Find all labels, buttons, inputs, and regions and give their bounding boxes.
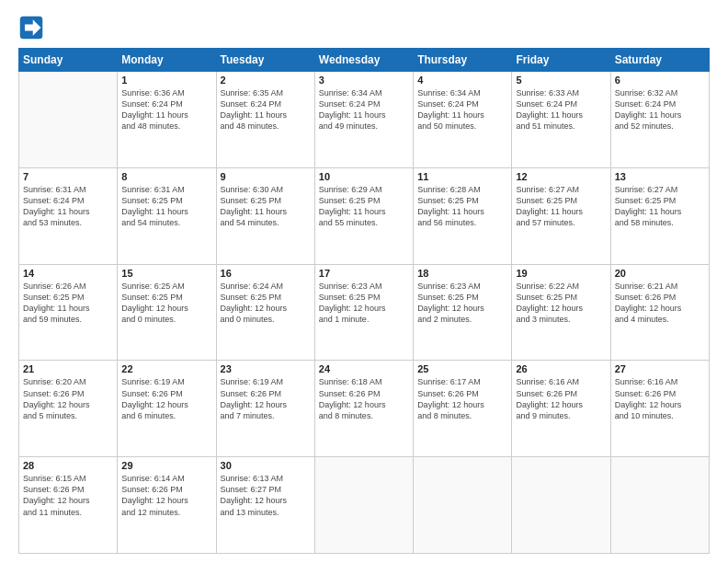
weekday-header-row: SundayMondayTuesdayWednesdayThursdayFrid… [19, 49, 710, 72]
day-cell-9: 9Sunrise: 6:30 AM Sunset: 6:25 PM Daylig… [216, 167, 314, 264]
day-number: 6 [615, 75, 705, 86]
week-row-1: 1Sunrise: 6:36 AM Sunset: 6:24 PM Daylig… [19, 72, 710, 168]
day-cell-17: 17Sunrise: 6:23 AM Sunset: 6:25 PM Dayli… [314, 264, 413, 361]
day-number: 28 [23, 460, 113, 471]
day-number: 14 [23, 268, 113, 279]
day-info: Sunrise: 6:13 AM Sunset: 6:27 PM Dayligh… [221, 473, 311, 518]
day-number: 11 [417, 171, 507, 182]
day-info: Sunrise: 6:27 AM Sunset: 6:25 PM Dayligh… [516, 184, 606, 229]
day-cell-7: 7Sunrise: 6:31 AM Sunset: 6:24 PM Daylig… [19, 167, 118, 264]
day-info: Sunrise: 6:30 AM Sunset: 6:25 PM Dayligh… [221, 184, 311, 229]
day-info: Sunrise: 6:32 AM Sunset: 6:24 PM Dayligh… [615, 87, 705, 132]
day-cell-3: 3Sunrise: 6:34 AM Sunset: 6:24 PM Daylig… [314, 72, 413, 168]
day-number: 20 [615, 268, 705, 279]
day-info: Sunrise: 6:22 AM Sunset: 6:25 PM Dayligh… [516, 281, 606, 326]
day-cell-19: 19Sunrise: 6:22 AM Sunset: 6:25 PM Dayli… [512, 264, 610, 361]
day-number: 16 [221, 268, 311, 279]
empty-cell [512, 457, 610, 554]
day-info: Sunrise: 6:31 AM Sunset: 6:25 PM Dayligh… [121, 184, 211, 229]
week-row-2: 7Sunrise: 6:31 AM Sunset: 6:24 PM Daylig… [19, 167, 710, 264]
day-cell-16: 16Sunrise: 6:24 AM Sunset: 6:25 PM Dayli… [216, 264, 314, 361]
weekday-tuesday: Tuesday [216, 49, 314, 72]
day-info: Sunrise: 6:27 AM Sunset: 6:25 PM Dayligh… [615, 184, 705, 229]
day-info: Sunrise: 6:31 AM Sunset: 6:24 PM Dayligh… [23, 184, 113, 229]
day-info: Sunrise: 6:20 AM Sunset: 6:26 PM Dayligh… [23, 376, 113, 421]
day-info: Sunrise: 6:19 AM Sunset: 6:26 PM Dayligh… [121, 376, 211, 421]
day-cell-15: 15Sunrise: 6:25 AM Sunset: 6:25 PM Dayli… [118, 264, 216, 361]
day-cell-18: 18Sunrise: 6:23 AM Sunset: 6:25 PM Dayli… [414, 264, 512, 361]
day-cell-10: 10Sunrise: 6:29 AM Sunset: 6:25 PM Dayli… [314, 167, 413, 264]
day-number: 15 [121, 268, 211, 279]
day-number: 27 [615, 363, 705, 374]
week-row-4: 21Sunrise: 6:20 AM Sunset: 6:26 PM Dayli… [19, 361, 710, 457]
day-number: 2 [221, 75, 311, 86]
day-cell-6: 6Sunrise: 6:32 AM Sunset: 6:24 PM Daylig… [610, 72, 709, 168]
day-cell-27: 27Sunrise: 6:16 AM Sunset: 6:26 PM Dayli… [610, 361, 709, 457]
day-info: Sunrise: 6:16 AM Sunset: 6:26 PM Dayligh… [615, 376, 705, 421]
day-info: Sunrise: 6:33 AM Sunset: 6:24 PM Dayligh… [516, 87, 606, 132]
day-number: 22 [121, 363, 211, 374]
day-cell-14: 14Sunrise: 6:26 AM Sunset: 6:25 PM Dayli… [19, 264, 118, 361]
day-info: Sunrise: 6:34 AM Sunset: 6:24 PM Dayligh… [417, 87, 507, 132]
week-row-3: 14Sunrise: 6:26 AM Sunset: 6:25 PM Dayli… [19, 264, 710, 361]
day-cell-26: 26Sunrise: 6:16 AM Sunset: 6:26 PM Dayli… [512, 361, 610, 457]
day-cell-23: 23Sunrise: 6:19 AM Sunset: 6:26 PM Dayli… [216, 361, 314, 457]
day-cell-11: 11Sunrise: 6:28 AM Sunset: 6:25 PM Dayli… [414, 167, 512, 264]
weekday-thursday: Thursday [414, 49, 512, 72]
day-info: Sunrise: 6:26 AM Sunset: 6:25 PM Dayligh… [23, 281, 113, 326]
day-cell-29: 29Sunrise: 6:14 AM Sunset: 6:26 PM Dayli… [118, 457, 216, 554]
day-cell-8: 8Sunrise: 6:31 AM Sunset: 6:25 PM Daylig… [118, 167, 216, 264]
day-cell-21: 21Sunrise: 6:20 AM Sunset: 6:26 PM Dayli… [19, 361, 118, 457]
day-number: 4 [417, 75, 507, 86]
day-info: Sunrise: 6:25 AM Sunset: 6:25 PM Dayligh… [121, 281, 211, 326]
day-info: Sunrise: 6:35 AM Sunset: 6:24 PM Dayligh… [221, 87, 311, 132]
day-info: Sunrise: 6:17 AM Sunset: 6:26 PM Dayligh… [417, 376, 507, 421]
day-info: Sunrise: 6:34 AM Sunset: 6:24 PM Dayligh… [319, 87, 409, 132]
day-cell-5: 5Sunrise: 6:33 AM Sunset: 6:24 PM Daylig… [512, 72, 610, 168]
day-number: 12 [516, 171, 606, 182]
day-cell-22: 22Sunrise: 6:19 AM Sunset: 6:26 PM Dayli… [118, 361, 216, 457]
logo [18, 15, 48, 40]
day-number: 1 [121, 75, 211, 86]
weekday-saturday: Saturday [610, 49, 709, 72]
day-number: 18 [417, 268, 507, 279]
day-number: 7 [23, 171, 113, 182]
logo-icon [18, 15, 44, 40]
day-number: 30 [221, 460, 311, 471]
day-number: 29 [121, 460, 211, 471]
day-info: Sunrise: 6:36 AM Sunset: 6:24 PM Dayligh… [121, 87, 211, 132]
empty-cell [314, 457, 413, 554]
day-info: Sunrise: 6:24 AM Sunset: 6:25 PM Dayligh… [221, 281, 311, 326]
day-number: 24 [319, 363, 409, 374]
day-number: 10 [319, 171, 409, 182]
calendar-table: SundayMondayTuesdayWednesdayThursdayFrid… [18, 48, 710, 554]
weekday-monday: Monday [118, 49, 216, 72]
day-number: 19 [516, 268, 606, 279]
day-info: Sunrise: 6:18 AM Sunset: 6:26 PM Dayligh… [319, 376, 409, 421]
day-info: Sunrise: 6:23 AM Sunset: 6:25 PM Dayligh… [417, 281, 507, 326]
day-cell-25: 25Sunrise: 6:17 AM Sunset: 6:26 PM Dayli… [414, 361, 512, 457]
day-cell-2: 2Sunrise: 6:35 AM Sunset: 6:24 PM Daylig… [216, 72, 314, 168]
day-number: 13 [615, 171, 705, 182]
day-cell-1: 1Sunrise: 6:36 AM Sunset: 6:24 PM Daylig… [118, 72, 216, 168]
weekday-wednesday: Wednesday [314, 49, 413, 72]
day-number: 5 [516, 75, 606, 86]
day-cell-28: 28Sunrise: 6:15 AM Sunset: 6:26 PM Dayli… [19, 457, 118, 554]
header [18, 15, 710, 40]
day-info: Sunrise: 6:28 AM Sunset: 6:25 PM Dayligh… [417, 184, 507, 229]
day-number: 21 [23, 363, 113, 374]
day-info: Sunrise: 6:14 AM Sunset: 6:26 PM Dayligh… [121, 473, 211, 518]
empty-cell [19, 72, 118, 168]
day-number: 8 [121, 171, 211, 182]
day-cell-4: 4Sunrise: 6:34 AM Sunset: 6:24 PM Daylig… [414, 72, 512, 168]
day-cell-12: 12Sunrise: 6:27 AM Sunset: 6:25 PM Dayli… [512, 167, 610, 264]
day-info: Sunrise: 6:15 AM Sunset: 6:26 PM Dayligh… [23, 473, 113, 518]
day-info: Sunrise: 6:29 AM Sunset: 6:25 PM Dayligh… [319, 184, 409, 229]
weekday-friday: Friday [512, 49, 610, 72]
week-row-5: 28Sunrise: 6:15 AM Sunset: 6:26 PM Dayli… [19, 457, 710, 554]
day-cell-30: 30Sunrise: 6:13 AM Sunset: 6:27 PM Dayli… [216, 457, 314, 554]
day-cell-13: 13Sunrise: 6:27 AM Sunset: 6:25 PM Dayli… [610, 167, 709, 264]
day-number: 3 [319, 75, 409, 86]
day-info: Sunrise: 6:23 AM Sunset: 6:25 PM Dayligh… [319, 281, 409, 326]
empty-cell [610, 457, 709, 554]
